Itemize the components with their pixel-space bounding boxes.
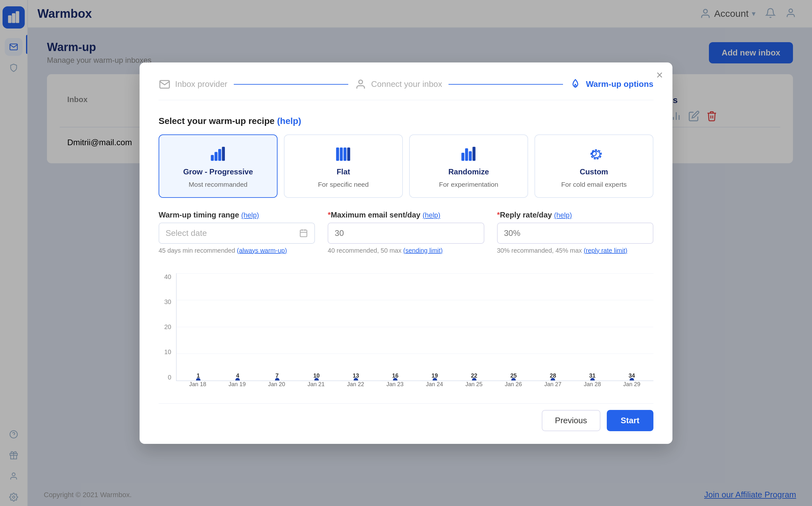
max-email-label: *Maximum email sent/day (help) <box>328 210 484 220</box>
bar-flat-icon <box>334 144 353 163</box>
svg-rect-18 <box>222 147 225 161</box>
x-label-jan26: Jan 26 <box>495 381 532 394</box>
recipe-desc-grow: Most recommanded <box>189 181 248 188</box>
wizard-step-warmup-options: Warm-up options <box>569 78 653 90</box>
start-button[interactable]: Start <box>607 410 653 431</box>
bar-jan18: 1 <box>180 372 217 381</box>
wizard-step-inbox-provider: Inbox provider <box>159 78 227 90</box>
bar-jan27: 28 <box>535 372 571 381</box>
reply-rate-limit-link[interactable]: (reply rate limit) <box>584 247 627 254</box>
x-label-jan18: Jan 18 <box>179 381 216 394</box>
svg-rect-19 <box>336 148 339 161</box>
recipe-desc-flat: For specific need <box>318 181 369 188</box>
x-label-jan23: Jan 23 <box>377 381 413 394</box>
mail-icon <box>159 78 171 90</box>
modal-footer: Previous Start <box>159 403 653 431</box>
recipe-name-flat: Flat <box>336 167 350 176</box>
svg-rect-20 <box>340 148 342 161</box>
always-warmup-link[interactable]: (always warm-up) <box>237 247 287 254</box>
recipe-desc-custom: For cold email experts <box>561 181 627 188</box>
bar-random-icon <box>459 144 478 163</box>
svg-rect-22 <box>347 148 350 161</box>
svg-rect-23 <box>461 153 464 161</box>
bar-jan25: 22 <box>456 372 493 381</box>
bar-jan24: 19 <box>416 372 453 381</box>
x-label-jan21: Jan 21 <box>298 381 334 394</box>
timing-help-link[interactable]: (help) <box>241 211 259 219</box>
max-email-group: *Maximum email sent/day (help) 40 recomm… <box>328 210 484 254</box>
y-label-30: 30 <box>159 298 171 306</box>
svg-rect-21 <box>343 148 346 161</box>
wizard-steps: Inbox provider Connect your inbox <box>159 78 653 100</box>
x-label-jan29: Jan 29 <box>614 381 650 394</box>
modal-close-button[interactable]: × <box>656 69 663 81</box>
x-label-jan28: Jan 28 <box>574 381 611 394</box>
svg-rect-26 <box>472 147 475 161</box>
svg-point-14 <box>359 80 362 84</box>
svg-rect-15 <box>211 155 214 161</box>
x-label-jan19: Jan 19 <box>219 381 255 394</box>
wizard-line-1 <box>234 84 348 85</box>
wizard-step-3-label: Warm-up options <box>586 79 653 89</box>
bar-jan29: 34 <box>614 372 650 381</box>
y-label-40: 40 <box>159 273 171 280</box>
max-email-input[interactable] <box>328 223 484 244</box>
warmup-options-modal: × Inbox provider <box>140 63 672 444</box>
timing-group: Warm-up timing range (help) Select date … <box>159 210 315 254</box>
timing-label: Warm-up timing range (help) <box>159 210 315 220</box>
recipe-card-randomize[interactable]: Randomize For experimentation <box>409 135 528 198</box>
y-label-20: 20 <box>159 323 171 331</box>
recipe-card-grow-progressive[interactable]: Grow - Progressive Most recommanded <box>159 135 277 198</box>
x-label-jan24: Jan 24 <box>416 381 453 394</box>
bar-jan19: 4 <box>219 372 256 381</box>
x-label-jan25: Jan 25 <box>456 381 492 394</box>
gear-settings-icon <box>585 144 603 163</box>
timing-input[interactable]: Select date <box>159 223 315 244</box>
svg-rect-25 <box>469 151 472 161</box>
bar-grow-icon <box>209 144 228 163</box>
recipe-desc-randomize: For experimentation <box>439 181 498 188</box>
wizard-step-1-label: Inbox provider <box>175 79 227 89</box>
svg-rect-28 <box>300 230 307 237</box>
wizard-step-connect-inbox: Connect your inbox <box>354 78 442 90</box>
connect-user-icon <box>354 78 367 90</box>
bar-jan20: 7 <box>259 372 296 381</box>
settings-row: Warm-up timing range (help) Select date … <box>159 210 653 254</box>
previous-button[interactable]: Previous <box>542 410 600 431</box>
x-label-jan22: Jan 22 <box>337 381 374 394</box>
recipe-cards: Grow - Progressive Most recommanded Flat… <box>159 135 653 198</box>
chart-container: 40 30 20 10 0 1 <box>159 267 653 394</box>
bar-jan21: 10 <box>298 372 335 381</box>
bar-jan26: 25 <box>495 372 532 381</box>
bar-jan23: 16 <box>377 372 414 381</box>
timing-hint: 45 days min recommended (always warm-up) <box>159 247 315 254</box>
recipe-help-link[interactable]: (help) <box>277 116 301 126</box>
max-email-help-link[interactable]: (help) <box>422 211 440 219</box>
max-email-hint: 40 recommended, 50 max (sending limit) <box>328 247 484 254</box>
modal-overlay: × Inbox provider <box>0 0 812 506</box>
y-label-10: 10 <box>159 348 171 356</box>
x-label-jan20: Jan 20 <box>258 381 295 394</box>
flame-icon <box>569 78 581 90</box>
timing-placeholder: Select date <box>166 228 207 238</box>
bar-jan22: 13 <box>337 372 374 381</box>
recipe-name-randomize: Randomize <box>448 167 489 176</box>
recipe-card-custom[interactable]: Custom For cold email experts <box>535 135 653 198</box>
calendar-icon <box>299 229 308 238</box>
y-label-0: 0 <box>159 374 171 381</box>
reply-rate-help-link[interactable]: (help) <box>554 211 572 219</box>
x-label-jan27: Jan 27 <box>535 381 571 394</box>
bar-jan28: 31 <box>574 372 611 381</box>
reply-rate-hint: 30% recommanded, 45% max (reply rate lim… <box>497 247 653 254</box>
reply-rate-input[interactable] <box>497 223 653 244</box>
reply-rate-group: *Reply rate/day (help) 30% recommanded, … <box>497 210 653 254</box>
sending-limit-link[interactable]: (sending limit) <box>403 247 442 254</box>
svg-rect-17 <box>218 149 221 161</box>
wizard-line-2 <box>449 84 563 85</box>
wizard-step-2-label: Connect your inbox <box>371 79 442 89</box>
recipe-name-custom: Custom <box>580 167 608 176</box>
recipe-section-title: Select your warm-up recipe (help) <box>159 116 653 126</box>
recipe-name-grow: Grow - Progressive <box>183 167 253 176</box>
svg-rect-16 <box>215 152 217 161</box>
recipe-card-flat[interactable]: Flat For specific need <box>284 135 403 198</box>
